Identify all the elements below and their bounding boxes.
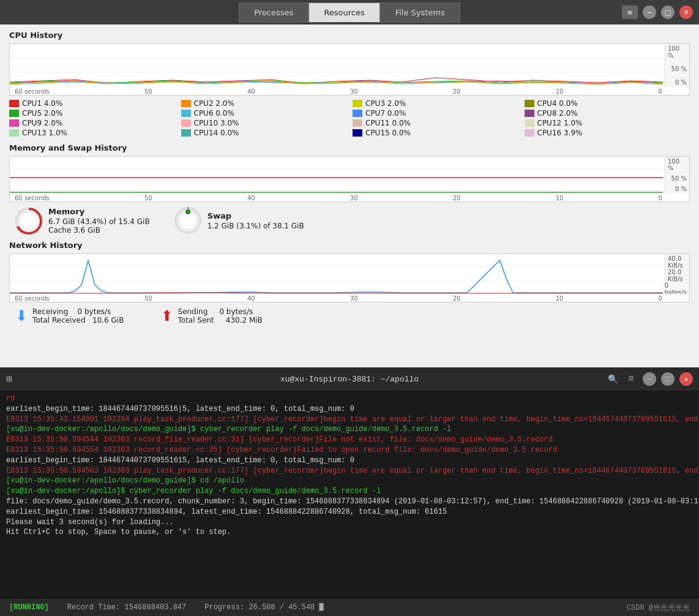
- maximize-button[interactable]: □: [661, 6, 675, 19]
- total-sent-value: 430.2 MiB: [226, 316, 263, 325]
- legend-label: CPU6 0.0%: [194, 109, 234, 118]
- mem-label-0: 0 %: [675, 186, 687, 192]
- cpu-legend-item: CPU3 2.0%: [353, 99, 518, 108]
- legend-color-swatch: [181, 129, 191, 137]
- terminal-line: earliest_begin_time: 184467440737095516|…: [6, 404, 693, 415]
- terminal-icon: ⊞: [6, 373, 12, 385]
- memory-section-title: Memory and Swap History: [9, 143, 690, 152]
- cpu-legend-item: CPU9 2.0%: [9, 119, 175, 127]
- terminal-line: file: docs/demo_guide/demo_3.5.record, c…: [6, 497, 693, 507]
- receiving-item: ⬇ Receiving 0 bytes/s Total Received 10.…: [15, 307, 124, 325]
- terminal-line: E0313 15:35:50.594544 102303 record_file…: [6, 435, 693, 445]
- memory-text: Memory 6.7 GiB (43.4%) of 15.4 GiB Cache…: [48, 207, 150, 235]
- sending-label: Sending: [178, 307, 208, 316]
- cpu-legend-item: CPU11 0.0%: [353, 119, 518, 127]
- cpu-legend-item: CPU1 4.0%: [9, 99, 175, 108]
- menu-button[interactable]: ≡: [622, 6, 638, 19]
- cpu-chart-svg: [10, 44, 689, 87]
- tab-filesystems[interactable]: File Systems: [380, 2, 460, 23]
- terminal-maximize-button[interactable]: □: [661, 372, 675, 386]
- sending-arrow-icon: ⬆: [160, 307, 173, 325]
- mem-label-50: 50 %: [671, 175, 687, 182]
- legend-label: CPU7 0.0%: [365, 109, 406, 118]
- network-info: ⬇ Receiving 0 bytes/s Total Received 10.…: [15, 307, 690, 325]
- tab-resources[interactable]: Resources: [308, 2, 379, 23]
- receiving-arrow-icon: ⬇: [15, 307, 28, 325]
- legend-label: CPU15 0.0%: [365, 129, 411, 137]
- net-label-40: 40.0 KiB/s: [668, 255, 687, 269]
- legend-label: CPU11 0.0%: [365, 119, 411, 127]
- terminal-close-button[interactable]: ✕: [679, 372, 693, 386]
- terminal-line: E0313 15:35:50.594563 102303 play_task_p…: [6, 466, 693, 476]
- cpu-label-50: 50 %: [671, 66, 687, 72]
- svg-point-10: [185, 209, 190, 214]
- legend-color-swatch: [525, 100, 534, 107]
- legend-label: CPU4 0.0%: [537, 99, 578, 108]
- sending-text: Sending 0 bytes/s Total Sent 430.2 MiB: [178, 307, 263, 325]
- terminal-line: [xu@in-dev-docker:/apollo/docs/demo_guid…: [6, 476, 693, 486]
- network-axis-bottom: 60 seconds 50 40 30 20 10 0: [10, 294, 689, 302]
- tab-processes[interactable]: Processes: [239, 2, 308, 23]
- minimize-button[interactable]: ─: [643, 6, 656, 19]
- net-label-0: 0 bytes/s: [665, 282, 687, 294]
- cpu-axis-bottom: 60 seconds 50 40 30 20 10 0: [10, 87, 689, 95]
- cpu-axis-60s: 60 seconds: [15, 88, 50, 95]
- terminal-line: [xu@in-dev-docker:/apollo]$ cyber_record…: [6, 486, 693, 497]
- receiving-label: Receiving 0 bytes/s: [32, 307, 124, 316]
- cpu-chart: 100 % 50 % 0 %: [10, 44, 689, 87]
- legend-color-swatch: [353, 110, 362, 117]
- legend-label: CPU13 1.0%: [22, 129, 67, 137]
- total-received-value: 10.6 GiB: [92, 316, 124, 325]
- legend-label: CPU10 3.0%: [194, 119, 239, 127]
- legend-color-swatch: [353, 100, 362, 107]
- cpu-axis-40: 40: [247, 88, 255, 95]
- close-button[interactable]: ✕: [679, 6, 693, 19]
- sending-value: 0 bytes/s: [219, 307, 253, 316]
- legend-label: CPU9 2.0%: [22, 119, 62, 127]
- network-chart-svg: [10, 254, 689, 294]
- legend-label: CPU12 1.0%: [537, 119, 583, 127]
- memory-chart-svg: [10, 157, 689, 193]
- terminal-search-button[interactable]: 🔍: [606, 372, 619, 386]
- memory-chart: 100 % 50 % 0 %: [10, 157, 689, 193]
- cpu-axis-10: 10: [556, 88, 564, 95]
- terminal-menu-button[interactable]: ≡: [624, 372, 638, 386]
- mem-label-100: 100 %: [668, 158, 687, 171]
- terminal-titlebar: ⊞ xu@xu-Inspiron-3881: ~/apollo 🔍 ≡ ─ □ …: [0, 367, 699, 391]
- legend-color-swatch: [353, 119, 362, 127]
- cpu-chart-container: 100 % 50 % 0 % 60 seconds 50 40 30 20 10…: [9, 43, 690, 96]
- cpu-legend-item: CPU4 0.0%: [525, 99, 690, 108]
- legend-label: CPU1 4.0%: [22, 99, 62, 108]
- legend-color-swatch: [9, 110, 19, 117]
- swap-gauge-circle: [174, 207, 201, 234]
- terminal-line: rd: [6, 394, 693, 404]
- terminal-line: Hit Ctrl+C to stop, Space to pause, or '…: [6, 527, 693, 538]
- terminal-content[interactable]: rdearliest_begin_time: 18446744073709551…: [0, 391, 699, 599]
- sending-item: ⬆ Sending 0 bytes/s Total Sent 430.2 MiB: [160, 307, 262, 325]
- svg-point-7: [21, 213, 37, 229]
- cpu-legend-item: CPU7 0.0%: [353, 109, 518, 118]
- legend-color-swatch: [9, 119, 19, 127]
- legend-color-swatch: [9, 129, 19, 137]
- svg-rect-3: [10, 157, 689, 193]
- terminal-line: Please wait 3 second(s) for loading...: [6, 517, 693, 528]
- terminal-minimize-button[interactable]: ─: [643, 372, 656, 386]
- legend-color-swatch: [353, 129, 362, 137]
- legend-label: CPU2 2.0%: [194, 99, 234, 108]
- memory-gauge: Memory 6.7 GiB (43.4%) of 15.4 GiB Cache…: [15, 207, 150, 235]
- cpu-legend: CPU1 4.0%CPU2 2.0%CPU3 2.0%CPU4 0.0%CPU5…: [9, 99, 690, 137]
- memory-gauge-circle: [15, 208, 42, 235]
- legend-label: CPU14 0.0%: [194, 129, 239, 137]
- memory-cache: Cache 3.6 GiB: [48, 226, 100, 235]
- legend-color-swatch: [9, 100, 19, 107]
- progress-label: Progress: 26.508 / 45.548 █: [204, 603, 323, 612]
- cpu-legend-item: CPU10 3.0%: [181, 119, 347, 127]
- legend-color-swatch: [181, 100, 191, 107]
- network-chart-container: 40.0 KiB/s 20.0 KiB/s 0 bytes/s 60 secon…: [9, 254, 690, 302]
- terminal-line: earliest_begin_time: 1546888377338834894…: [6, 507, 693, 517]
- terminal-status-bar: [RUNNING] Record Time: 1546888403.847 Pr…: [0, 599, 699, 616]
- total-received-row: Total Received 10.6 GiB: [32, 316, 124, 325]
- network-chart: 40.0 KiB/s 20.0 KiB/s 0 bytes/s: [10, 254, 689, 294]
- legend-label: CPU16 3.9%: [537, 129, 583, 137]
- terminal-line: earliest_begin_time: 1844674407370955161…: [6, 456, 693, 466]
